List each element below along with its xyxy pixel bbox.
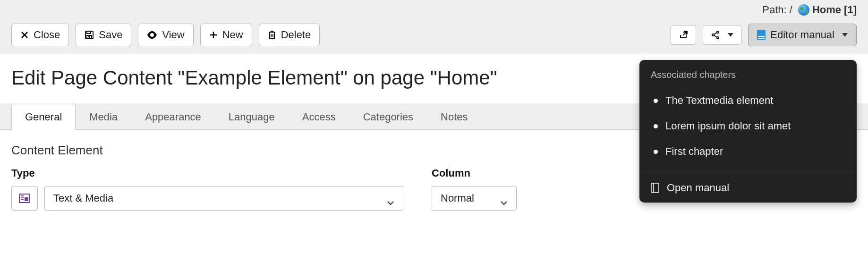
svg-point-3 [89,36,90,37]
bullet-icon [654,99,658,103]
book-icon [651,183,659,193]
chapter-label: The Textmedia element [665,94,773,107]
eye-icon [147,31,157,39]
chapter-label: First chapter [665,145,723,158]
editor-manual-popover: Associated chapters The Textmedia elemen… [639,60,857,203]
svg-point-4 [712,34,714,36]
tab-access[interactable]: Access [289,104,349,130]
type-select[interactable]: Text & Media [44,186,403,211]
type-label: Type [11,167,403,179]
delete-label: Delete [281,29,311,41]
external-link-icon [679,30,688,40]
svg-point-6 [717,37,719,39]
chapter-label: Lorem ipsum dolor sit amet [665,120,791,132]
path-bar: Path: / Home [1] [0,0,868,20]
toolbar: Close Save View New Delete [0,20,868,53]
svg-rect-1 [87,31,91,34]
open-manual-label: Open manual [667,182,729,194]
tab-notes[interactable]: Notes [427,104,481,130]
close-label: Close [34,29,60,41]
tab-general[interactable]: General [11,104,76,130]
content-type-icon [19,194,30,203]
path-label: Path: / [762,4,792,16]
view-button[interactable]: View [138,24,193,46]
editor-manual-label: Editor manual [770,29,834,41]
delete-button[interactable]: Delete [259,24,320,46]
column-select[interactable]: Normal [432,186,517,211]
trash-icon [268,30,276,40]
field-column: Column Normal [432,167,517,211]
column-value: Normal [441,192,474,204]
tab-language[interactable]: Language [215,104,289,130]
chapter-item[interactable]: First chapter [651,139,845,164]
close-button[interactable]: Close [11,24,69,46]
floppy-icon [85,30,94,40]
tab-categories[interactable]: Categories [349,104,427,130]
close-icon [20,31,29,39]
new-label: New [222,29,243,41]
globe-icon [798,4,809,16]
editor-manual-button[interactable]: Editor manual [748,24,857,46]
share-icon [711,30,720,40]
popover-title: Associated chapters [639,60,857,85]
column-label: Column [432,167,517,179]
plus-icon [209,31,218,39]
chevron-down-icon [728,33,733,37]
tab-appearance[interactable]: Appearance [131,104,215,130]
field-type: Type Text & Media [11,167,403,211]
type-icon-box [11,186,38,211]
view-label: View [162,29,184,41]
chevron-down-icon [500,196,508,201]
path-page[interactable]: Home [1] [812,4,857,16]
bullet-icon [654,124,658,128]
open-manual-button[interactable]: Open manual [639,173,857,203]
chevron-down-icon [387,196,394,201]
svg-point-5 [717,31,719,33]
bullet-icon [654,150,658,154]
type-value: Text & Media [53,192,113,204]
save-label: Save [99,29,122,41]
chevron-down-icon [842,33,848,37]
manual-icon [757,30,766,40]
save-button[interactable]: Save [76,24,131,46]
open-external-button[interactable] [671,25,696,45]
share-button[interactable] [703,25,741,45]
chapter-item[interactable]: Lorem ipsum dolor sit amet [651,113,845,139]
tab-media[interactable]: Media [76,104,131,130]
chapter-item[interactable]: The Textmedia element [651,88,845,113]
new-button[interactable]: New [200,24,252,46]
